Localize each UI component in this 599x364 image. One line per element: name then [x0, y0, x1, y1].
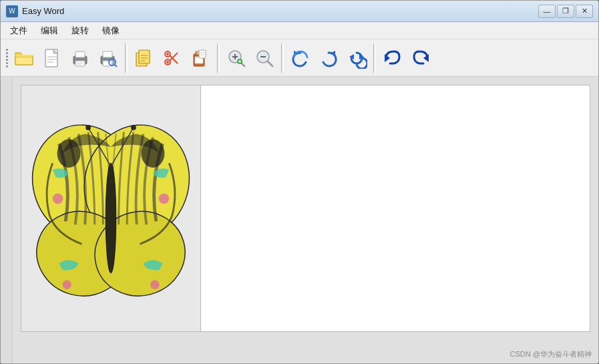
copy-button[interactable] [131, 43, 158, 73]
main-window: W Easy Word — ❐ ✕ 文件 编辑 旋转 镜像 [0, 0, 599, 364]
sep-1 [125, 43, 128, 73]
svg-point-26 [166, 61, 169, 63]
svg-rect-18 [139, 50, 150, 63]
close-button[interactable]: ✕ [576, 5, 593, 18]
title-left: W Easy Word [6, 5, 64, 17]
rotate-180-button[interactable] [343, 43, 370, 73]
toolbar [1, 39, 598, 77]
sep-2 [217, 43, 220, 73]
svg-point-27 [166, 53, 169, 55]
svg-rect-12 [103, 51, 112, 57]
rotate-left-button[interactable] [287, 43, 314, 73]
print-button[interactable] [67, 43, 93, 73]
window-controls: — ❐ ✕ [538, 5, 593, 18]
zoom-in-button[interactable] [223, 43, 250, 73]
menu-mirror[interactable]: 镜像 [95, 23, 126, 39]
rotate-right-button[interactable] [315, 43, 342, 73]
undo-button[interactable] [379, 43, 406, 73]
svg-point-55 [53, 194, 63, 204]
menu-bar: 文件 编辑 旋转 镜像 [1, 22, 598, 39]
print-preview-button[interactable] [95, 43, 122, 73]
title-bar: W Easy Word — ❐ ✕ [1, 1, 598, 22]
watermark: CSDN @华为奋斗者精神 [510, 349, 592, 359]
toolbar-group-edit [131, 43, 214, 73]
svg-rect-5 [75, 61, 85, 66]
svg-point-61 [106, 163, 116, 273]
svg-point-60 [150, 281, 160, 290]
toolbar-group-rotate [287, 43, 370, 73]
sep-4 [373, 43, 376, 73]
toolbar-group-file [11, 43, 122, 73]
butterfly-display [21, 85, 200, 331]
paste-button[interactable] [187, 43, 214, 73]
redo-button[interactable] [407, 43, 434, 73]
new-button[interactable] [39, 43, 65, 73]
app-icon: W [6, 5, 18, 17]
svg-point-56 [159, 194, 170, 204]
toolbar-group-undoredo [379, 43, 434, 73]
menu-file[interactable]: 文件 [3, 23, 34, 39]
toolbar-group-zoom [223, 43, 278, 73]
main-content: CSDN @华为奋斗者精神 [1, 77, 598, 363]
maximize-button[interactable]: ❐ [557, 5, 574, 18]
svg-rect-7 [77, 58, 79, 59]
svg-point-64 [85, 125, 91, 130]
svg-point-65 [131, 125, 136, 130]
svg-rect-13 [104, 58, 106, 59]
canvas-area: CSDN @华为奋斗者精神 [13, 77, 598, 363]
menu-rotate[interactable]: 旋转 [65, 23, 95, 39]
toolbar-handle-1 [5, 47, 9, 69]
open-button[interactable] [11, 43, 37, 73]
cut-button[interactable] [159, 43, 186, 73]
svg-line-16 [115, 65, 117, 67]
svg-rect-6 [75, 51, 85, 57]
window-title: Easy Word [22, 6, 64, 16]
left-sidebar [1, 77, 13, 363]
svg-marker-46 [330, 51, 335, 56]
svg-rect-32 [199, 50, 206, 58]
sep-3 [281, 43, 284, 73]
minimize-button[interactable]: — [538, 5, 556, 18]
zoom-out-button[interactable] [251, 43, 278, 73]
image-panel [21, 85, 201, 332]
svg-line-44 [268, 61, 272, 66]
white-canvas[interactable] [201, 85, 590, 332]
menu-edit[interactable]: 编辑 [34, 23, 65, 39]
svg-point-15 [110, 60, 114, 64]
svg-point-59 [62, 281, 71, 290]
